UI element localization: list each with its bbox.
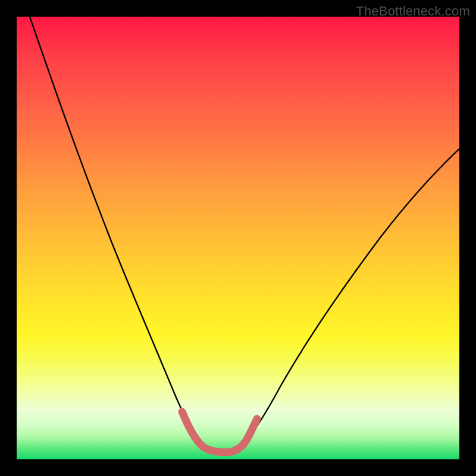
- chart-frame: TheBottleneck.com: [0, 0, 476, 476]
- right-curve: [246, 149, 459, 440]
- curves-svg: [17, 17, 459, 459]
- left-curve: [30, 17, 199, 441]
- gradient-plot-area: [17, 17, 459, 459]
- valley-highlight: [182, 412, 257, 452]
